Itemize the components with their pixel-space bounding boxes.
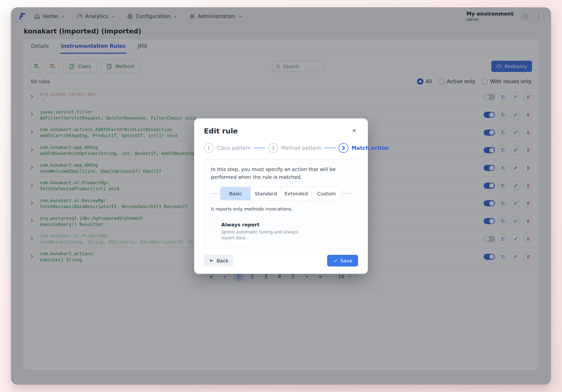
- action-tab-note: It reports only methods invocations.: [211, 206, 351, 211]
- always-report-description: Ignore automatic tuning and always repor…: [221, 229, 304, 241]
- dialog-header: Edit rule: [204, 127, 358, 135]
- close-dialog-button[interactable]: [350, 127, 358, 135]
- step-number: 1: [204, 143, 214, 153]
- action-tab-basic[interactable]: Basic: [221, 187, 251, 200]
- step-match-action[interactable]: 3 Match action: [339, 143, 389, 153]
- step-number: 2: [268, 143, 278, 153]
- wizard-stepper: 1 Class pattern 2 Method pattern 3 Match…: [204, 143, 358, 153]
- step-connector: [324, 147, 336, 148]
- check-icon: [333, 258, 338, 263]
- screen: Home Analytics Configuration Administrat…: [0, 0, 562, 392]
- edit-rule-dialog: Edit rule 1 Class pattern 2 Method patte…: [194, 118, 368, 274]
- dialog-footer: Back Save: [204, 255, 358, 266]
- step-method-pattern[interactable]: 2 Method pattern: [268, 143, 321, 153]
- action-type-row: Basic Standard Extended Custom: [211, 187, 351, 200]
- dialog-title: Edit rule: [204, 127, 238, 135]
- save-label: Save: [340, 258, 352, 263]
- step-label: Class pattern: [217, 145, 251, 151]
- match-action-panel: In this step, you must specify an action…: [204, 159, 358, 248]
- step-description: In this step, you must specify an action…: [211, 165, 351, 181]
- back-button[interactable]: Back: [204, 255, 234, 266]
- divider: [211, 193, 220, 194]
- arrow-left-icon: [209, 258, 214, 263]
- back-label: Back: [217, 258, 229, 263]
- save-button[interactable]: Save: [327, 255, 358, 266]
- always-report-text: Always report Ignore automatic tuning an…: [221, 222, 304, 241]
- step-connector: [254, 147, 265, 148]
- action-tab-custom[interactable]: Custom: [312, 187, 341, 200]
- action-tab-extended[interactable]: Extended: [281, 187, 312, 200]
- step-label: Match action: [351, 145, 389, 151]
- divider: [342, 193, 351, 194]
- step-label: Method pattern: [281, 145, 321, 151]
- always-report-row: Always report Ignore automatic tuning an…: [211, 222, 351, 241]
- step-number: 3: [339, 143, 348, 153]
- action-type-tabs: Basic Standard Extended Custom: [220, 187, 342, 200]
- step-class-pattern[interactable]: 1 Class pattern: [204, 143, 251, 153]
- always-report-checkbox[interactable]: [211, 222, 217, 228]
- action-tab-standard[interactable]: Standard: [251, 187, 281, 200]
- always-report-label[interactable]: Always report: [221, 222, 304, 227]
- close-icon: [351, 128, 357, 133]
